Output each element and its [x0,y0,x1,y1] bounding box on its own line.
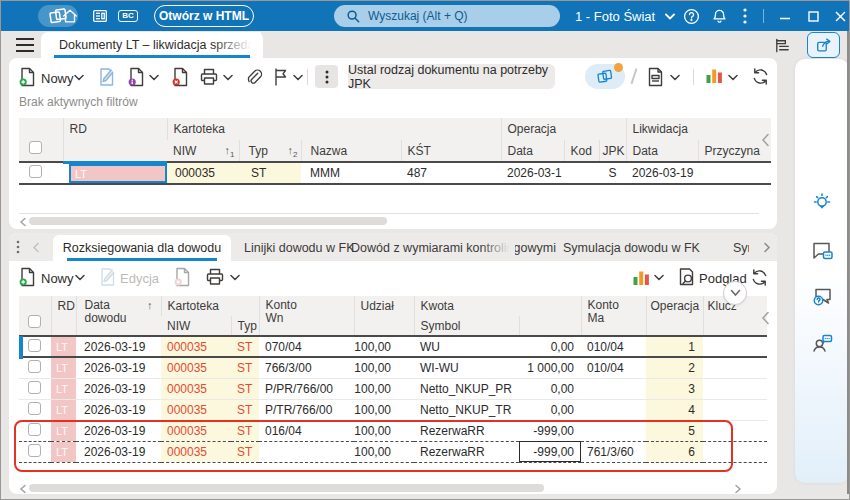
cell-rd[interactable]: LT [51,441,76,462]
edit-entry-button[interactable] [98,267,117,287]
cell-operacja[interactable]: 4 [646,399,703,420]
cell-operacja[interactable]: 2 [646,357,703,378]
group-header-likwidacja[interactable]: Likwidacja [626,118,771,140]
column-header-jpk[interactable]: JPK [599,140,626,162]
document-info-button[interactable] [127,67,146,87]
cell-kod[interactable] [564,162,599,184]
cell-klucz[interactable] [703,336,767,357]
form-view-button[interactable] [646,67,665,87]
community-chat-button[interactable] [810,331,834,355]
cell-operacja[interactable]: 1 [646,336,703,357]
column-header-kwota-value[interactable] [519,316,581,336]
cell-typ[interactable]: ST [239,162,301,184]
column-header-symbol[interactable]: Symbol [414,316,519,336]
cell-klucz[interactable] [703,441,767,462]
cell-select[interactable] [19,336,51,357]
cell-konto-wn[interactable]: P/TR/766/00 [259,399,354,420]
cell-data[interactable]: 2026-03-19 [76,378,161,399]
edit-document-button[interactable] [97,67,116,87]
print-entries-chevron-icon[interactable] [230,274,240,281]
tab-dokumenty-lt[interactable]: Dokumenty LT – likwidacja sprzedaż [F [41,32,263,58]
row-checkbox[interactable] [28,402,41,415]
select-all-checkbox[interactable] [28,315,41,328]
column-header-niw[interactable]: NIW [161,316,231,336]
cell-konto-wn[interactable]: 070/04 [259,336,354,357]
cell-konto-wn[interactable] [259,441,354,462]
cell-rd[interactable]: LT [51,336,76,357]
chart-button[interactable] [705,67,724,85]
print-button[interactable] [199,67,219,87]
titlebar-menu-button[interactable] [734,6,756,26]
cell-udzial[interactable]: 100,00 [354,399,414,420]
cell-select[interactable] [19,441,51,462]
row-checkbox[interactable] [28,381,41,394]
refresh-entries-button[interactable] [750,268,769,287]
cell-data[interactable]: 2026-03-19 [76,399,161,420]
group-header-operacja[interactable]: Operacja [501,118,626,140]
select-all-checkbox[interactable] [29,141,42,154]
cell-typ[interactable]: ST [231,357,259,378]
company-selector[interactable]: 1 - Foto Świat [575,1,675,31]
cell-klucz[interactable] [703,357,767,378]
cell-typ[interactable]: ST [231,441,259,462]
row-checkbox[interactable] [28,360,41,373]
group-header-kartoteka[interactable]: Kartoteka [161,296,259,316]
cell-select[interactable] [19,399,51,420]
preview-button[interactable] [677,267,696,287]
document-row[interactable]: LT 000035 ST MMM 487 2026-03-1 S 2026-03… [19,162,771,184]
cell-operacja[interactable]: 6 [646,441,703,462]
entry-row-marked[interactable]: LT 2026-03-19 000035 ST 016/04 100,00 Re… [19,420,767,441]
new-chevron-icon[interactable] [74,74,84,81]
column-header-kst[interactable]: KŚT [401,140,501,162]
hscroll-thumb[interactable] [29,484,544,492]
cell-klucz[interactable] [703,399,767,420]
cell-udzial[interactable]: 100,00 [354,378,414,399]
hscroll-left-arrow[interactable] [19,484,27,494]
cell-rd[interactable]: LT [51,357,76,378]
group-header-kwota[interactable]: Kwota [414,296,581,316]
cell-konto-ma[interactable] [581,378,646,399]
flag-button[interactable] [272,67,290,87]
flag-chevron-icon[interactable] [293,74,303,81]
column-header-typ[interactable]: Typ [231,316,259,336]
row-checkbox[interactable] [28,423,41,436]
global-search-input[interactable]: Wyszukaj (Alt + Q) [334,5,560,27]
print-chevron-icon[interactable] [223,74,233,81]
hscroll-right-arrow[interactable] [734,484,742,494]
cell-typ[interactable]: ST [231,378,259,399]
cell-kwota-focused[interactable]: -999,00 [519,441,581,462]
entry-row-marked[interactable]: LT 2026-03-19 000035 ST 100,00 RezerwaRR… [19,441,767,462]
open-html-button[interactable]: Otwórz w HTML [154,5,254,27]
cell-konto-ma[interactable]: 010/04 [581,336,646,357]
row-checkbox[interactable] [29,165,42,178]
main-menu-button[interactable] [16,38,34,52]
cell-nazwa[interactable]: MMM [301,162,401,184]
cell-kwota[interactable]: 0,00 [519,399,581,420]
column-header-rd[interactable]: RD [63,118,167,162]
row-checkbox[interactable] [28,444,41,457]
cell-kwota[interactable]: 1 000,00 [519,357,581,378]
column-header-konto-wn[interactable]: Konto Wn [259,296,354,336]
notifications-button[interactable] [708,6,730,26]
row-checkbox[interactable] [28,339,41,352]
cell-symbol[interactable]: WU [414,336,519,357]
refresh-button[interactable] [751,67,770,86]
form-view-chevron-icon[interactable] [670,74,680,81]
edit-entry-label[interactable]: Edycja [120,271,159,286]
panel-list-button[interactable] [771,34,793,56]
document-delete-button[interactable] [171,67,190,87]
cell-jpk[interactable]: S [599,162,626,184]
cell-niw[interactable]: 000035 [161,378,231,399]
cell-select[interactable] [19,162,63,184]
cell-przyczyna[interactable] [698,162,771,184]
column-header-kod[interactable]: Kod [564,140,599,162]
tabs-scroll-right[interactable] [763,242,771,253]
column-header-udzial[interactable]: Udział [354,296,414,336]
panel-drag-handle[interactable] [16,240,20,254]
cell-data[interactable]: 2026-03-19 [76,336,161,357]
cell-niw[interactable]: 000035 [167,162,239,184]
chart-chevron-icon[interactable] [728,74,738,81]
close-button[interactable] [829,6,850,26]
more-actions-button[interactable] [315,65,338,88]
cell-konto-ma[interactable] [581,399,646,420]
